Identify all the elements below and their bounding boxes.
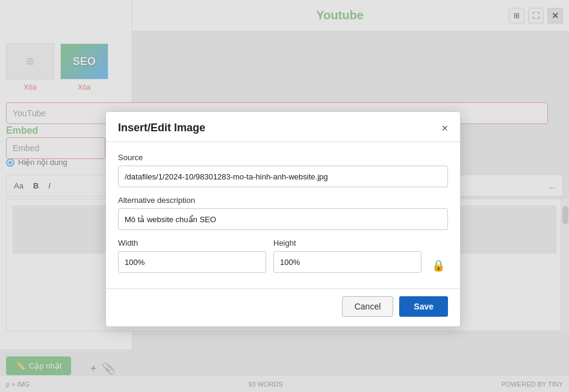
alt-label: Alternative description (118, 196, 448, 205)
modal-close-button[interactable]: × (441, 123, 448, 134)
cancel-button[interactable]: Cancel (342, 296, 394, 317)
lock-icon[interactable]: 🔒 (429, 255, 448, 276)
source-input[interactable] (118, 166, 448, 187)
source-label: Source (118, 153, 448, 162)
height-label: Height (273, 238, 421, 247)
modal-footer: Cancel Save (106, 288, 460, 326)
save-button[interactable]: Save (399, 296, 448, 317)
modal-title: Insert/Edit Image (118, 122, 205, 134)
width-label: Width (118, 238, 266, 247)
modal-body: Source Alternative description Width Hei… (106, 142, 460, 288)
width-group: Width (118, 238, 266, 281)
modal-header: Insert/Edit Image × (106, 112, 460, 142)
width-input[interactable] (118, 251, 266, 273)
insert-edit-image-modal: Insert/Edit Image × Source Alternative d… (105, 111, 461, 327)
alt-input[interactable] (118, 208, 448, 230)
height-input[interactable] (273, 251, 421, 273)
height-group: Height (273, 238, 421, 281)
dimensions-row: Width Height 🔒 (118, 238, 448, 281)
